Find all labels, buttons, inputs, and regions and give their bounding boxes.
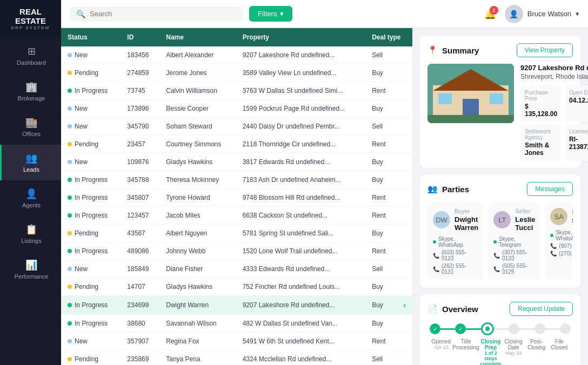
search-box[interactable]: 🔍 — [70, 6, 243, 22]
col-status[interactable]: Status — [61, 28, 121, 46]
table-row[interactable]: In Progress 123457 Jacob Miles 6638 Cack… — [61, 207, 412, 225]
sidebar-item-performance[interactable]: 📊 Performance — [0, 252, 61, 287]
topbar: 🔍 Filters ▾ 🔔 2 👤 Bruce Watson ▾ — [61, 0, 588, 28]
row-status: In Progress — [61, 171, 121, 189]
table-row[interactable]: In Progress 73745 Calvin Williamson 3763… — [61, 82, 412, 100]
open-date-cell: Open Date 04.12.2020 — [565, 86, 588, 121]
step-label-2: TitleProcessing — [452, 339, 479, 365]
sidebar-item-listings[interactable]: 📋 Listings — [0, 216, 61, 252]
col-property[interactable]: Property — [236, 28, 366, 46]
row-id: 38680 — [121, 315, 159, 333]
col-deal-type[interactable]: Deal type — [365, 28, 412, 46]
location-icon: 📍 — [427, 45, 438, 55]
notifications-button[interactable]: 🔔 2 — [484, 8, 496, 20]
status-text: Pending — [75, 355, 98, 363]
row-property: 3763 W Dallas St undefined Simi... — [236, 82, 366, 100]
table-row[interactable]: Pending 23457 Courtney Simmons 2118 Thor… — [61, 136, 412, 153]
row-status: In Progress — [61, 82, 121, 100]
table-row[interactable]: Pending 274859 Jerome Jones 3589 Valley … — [61, 64, 412, 82]
seller-contact: Skype, Telegram 📞 (307) 555-0133 📞 (505)… — [493, 236, 535, 275]
table-row[interactable]: Pending 14707 Gladys Hawkins 752 Fincher… — [61, 278, 412, 296]
overview-header: 📄 Overview Request Update — [427, 302, 573, 316]
purchase-price-value: $ 135,128.00 — [525, 103, 557, 118]
listing-role: Listing — [572, 209, 573, 215]
row-deal: Buy — [365, 100, 412, 117]
buyer-phone2: 📞 (262) 555-0131 — [433, 263, 478, 275]
settlement-value: Smith & Jones — [525, 141, 557, 157]
row-status: In Progress — [61, 296, 121, 315]
table-row[interactable]: New 183456 Albert Alexander 9207 Lakesho… — [61, 46, 412, 64]
buyer-contact: Skype, WhatsApp 📞 (603) 555-0123 📞 (262)… — [433, 236, 478, 275]
table-row[interactable]: In Progress 345807 Tyrone Howard 9748 Bl… — [61, 189, 412, 207]
view-property-button[interactable]: View Property — [517, 43, 573, 57]
status-text: In Progress — [75, 176, 108, 184]
sidebar-item-brokerage[interactable]: 🏢 Brokerage — [0, 73, 61, 109]
row-status: New — [61, 333, 121, 350]
request-update-button[interactable]: Request Update — [510, 302, 573, 316]
chevron-down-icon: ▾ — [280, 10, 284, 18]
row-id: 234699 — [121, 296, 159, 315]
table-row[interactable]: New 109876 Gladys Hawkins 3817 Edwards R… — [61, 153, 412, 171]
buyer-card: DW Buyer Dwight Warren Skype, WhatsApp — [427, 202, 484, 280]
row-name: Savannah Wilson — [159, 315, 236, 333]
brokerage-icon: 🏢 — [25, 81, 37, 93]
user-menu[interactable]: 👤 Bruce Watson ▾ — [505, 5, 579, 23]
row-property: 3589 Valley View Ln undefined... — [236, 64, 366, 82]
table-row[interactable]: Pending 43567 Albert Nguyen 5781 Spring … — [61, 225, 412, 242]
status-text: New — [75, 123, 88, 130]
sidebar-item-leads[interactable]: 👥 Leads — [0, 145, 61, 180]
status-text: In Progress — [75, 320, 108, 327]
sidebar-item-dashboard[interactable]: ⊞ Dashboard — [0, 38, 61, 73]
row-property: 5781 Spring St undefined Sali... — [236, 225, 366, 242]
phone-icon: 📞 — [493, 266, 500, 272]
avatar: 👤 — [505, 5, 523, 23]
row-id: 357907 — [121, 333, 159, 350]
row-id: 14707 — [121, 278, 159, 296]
row-name: Tanya Pena — [159, 350, 236, 366]
sidebar-item-offices[interactable]: 🏬 Offices — [0, 109, 61, 145]
status-dot — [68, 178, 72, 182]
table-row[interactable]: New 173896 Bessie Cooper 1599 Pockrus Pa… — [61, 100, 412, 118]
table-row[interactable]: In Progress 489086 Johnny Webb 1520 Lone… — [61, 242, 412, 260]
search-input[interactable] — [90, 10, 236, 18]
summary-body: 9207 Lakeshore Rd undefined Shreveport, … — [427, 64, 573, 160]
col-name[interactable]: Name — [159, 28, 236, 46]
table-wrapper: Status ID Name Property Deal type New 1 — [61, 28, 412, 365]
status-dot — [68, 357, 72, 361]
summary-card: 📍 Summary View Property — [420, 36, 580, 168]
sidebar-item-agents[interactable]: 👤 Agents — [0, 180, 61, 216]
table-row[interactable]: New 357907 Regina Fox 5491 W 6th St unde… — [61, 333, 412, 350]
table-row[interactable]: In Progress 38680 Savannah Wilson 482 W … — [61, 315, 412, 333]
row-deal: Buy — [365, 278, 412, 295]
row-name: Jerome Jones — [159, 64, 236, 82]
filters-button[interactable]: Filters ▾ — [249, 6, 292, 22]
summary-info: 9207 Lakeshore Rd undefined Shreveport, … — [520, 64, 588, 160]
step-5 — [534, 323, 545, 334]
step-line-2 — [466, 328, 480, 330]
status-dot — [68, 213, 72, 218]
step-line-5 — [545, 328, 560, 330]
step-label-3: Closing Prep1 of 2 steps complete — [479, 339, 502, 365]
row-property: 5491 W 6th St undefined Kent... — [236, 333, 366, 350]
table-row[interactable]: In Progress 345788 Theresa Mckinney 7183… — [61, 171, 412, 189]
row-name: Johnny Webb — [159, 242, 236, 260]
logo: REAL ESTATE ERP SYSTEM — [0, 0, 61, 38]
row-id: 274859 — [121, 64, 159, 82]
row-name: Jacob Miles — [159, 207, 236, 225]
table-row[interactable]: Pending 235869 Tanya Pena 4324 Mcclellan… — [61, 350, 412, 366]
row-deal: Rent — [365, 333, 412, 350]
row-property: 2118 Thornridge Cir undefined... — [236, 136, 366, 153]
seller-name: Leslie Tucci — [515, 215, 535, 232]
table-row[interactable]: In Progress 234699 Dwight Warren 9207 La… — [61, 296, 412, 315]
table-row[interactable]: New 185849 Diane Fisher 4333 Edwards Rd … — [61, 260, 412, 278]
row-status: New — [61, 153, 121, 171]
col-id[interactable]: ID — [121, 28, 159, 46]
sidebar-item-label: Performance — [15, 273, 49, 280]
performance-icon: 📊 — [25, 259, 37, 271]
messages-button[interactable]: Messages — [527, 182, 573, 196]
table-row[interactable]: New 345790 Soham Steward 2440 Daisy Dr u… — [61, 118, 412, 136]
parties-icon: 👥 — [427, 184, 438, 194]
overview-steps: ✓ ✓ — [430, 322, 571, 335]
listing-phone2: 📞 (270) 555-0117 — [550, 251, 573, 256]
row-status: Pending — [61, 136, 121, 153]
